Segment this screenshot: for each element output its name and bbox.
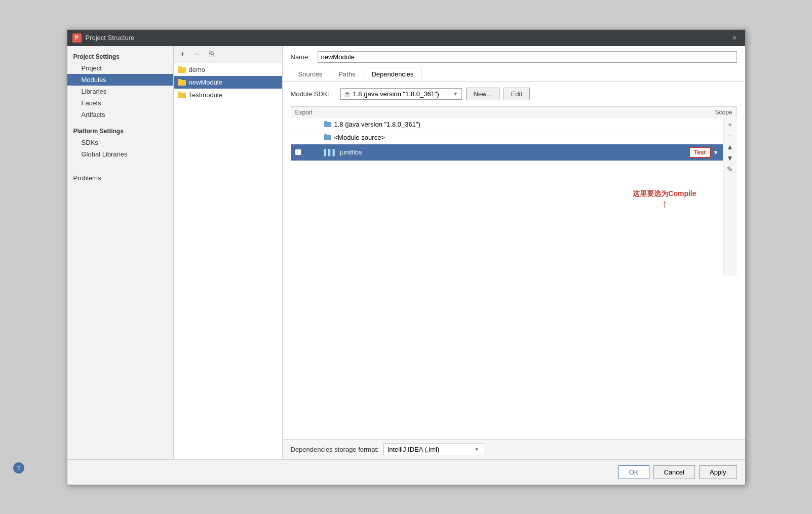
dialog-icon: P xyxy=(72,33,82,43)
scope-dropdown-arrow[interactable]: ▼ xyxy=(713,149,719,155)
table-row: 1.8 (java version "1.8.0_361") xyxy=(291,118,723,131)
list-item-newmodule[interactable]: newModule xyxy=(174,76,282,89)
cancel-button[interactable]: Cancel xyxy=(653,465,695,479)
folder-icon xyxy=(324,134,331,140)
folder-icon xyxy=(324,121,331,127)
module-list-panel: + − ⎘ demo newModule Testmodule xyxy=(174,46,283,459)
sidebar-item-project[interactable]: Project xyxy=(67,62,173,74)
content-area: Project Settings Project Modules Librari… xyxy=(67,46,745,459)
dep-move-up-button[interactable]: ▲ xyxy=(724,141,736,152)
folder-icon xyxy=(178,79,186,86)
lib-icon: ▌▌▌ xyxy=(324,149,337,156)
dep-scope-junitlibs: Test ▼ xyxy=(663,147,719,158)
dep-outer: 1.8 (java version "1.8.0_361") <Module s… xyxy=(291,118,737,275)
storage-dropdown-arrow: ▼ xyxy=(474,446,480,452)
dialog-footer: OK Cancel Apply xyxy=(67,459,745,485)
copy-module-button[interactable]: ⎘ xyxy=(205,48,217,60)
export-checkbox[interactable] xyxy=(295,149,301,155)
ok-button[interactable]: OK xyxy=(618,465,649,479)
table-row[interactable]: ▌▌▌ junitlibs Test ▼ xyxy=(291,144,723,161)
title-bar: P Project Structure × xyxy=(67,30,745,46)
right-action-buttons: + − ▲ ▼ ✎ xyxy=(723,118,737,275)
name-input[interactable] xyxy=(318,51,737,63)
problems-link[interactable]: Problems xyxy=(67,170,173,186)
name-label: Name: xyxy=(291,53,314,61)
dep-remove-button[interactable]: − xyxy=(724,130,736,141)
dep-name-jdk: 1.8 (java version "1.8.0_361") xyxy=(324,121,659,128)
tab-sources[interactable]: Sources xyxy=(291,67,330,81)
detail-header: Name: Sources Paths Dependencies xyxy=(283,46,745,82)
export-col-header: Export xyxy=(295,109,336,116)
apply-button[interactable]: Apply xyxy=(699,465,737,479)
list-item-testmodule[interactable]: Testmodule xyxy=(174,89,282,101)
list-toolbar: + − ⎘ xyxy=(174,46,282,63)
scope-badge[interactable]: Test xyxy=(689,147,711,158)
module-list: demo newModule Testmodule xyxy=(174,63,282,459)
sidebar-item-sdks[interactable]: SDKs xyxy=(67,137,173,148)
dep-list: 1.8 (java version "1.8.0_361") <Module s… xyxy=(291,118,723,275)
scope-col-header: Scope xyxy=(682,109,732,116)
detail-panel: Name: Sources Paths Dependencies xyxy=(283,46,745,459)
name-row: Name: xyxy=(291,51,737,63)
dep-table-header: Export Scope xyxy=(291,106,737,118)
sidebar-item-global-libraries[interactable]: Global Libraries xyxy=(67,148,173,160)
table-row: <Module source> xyxy=(291,131,723,144)
tab-paths[interactable]: Paths xyxy=(331,67,363,81)
storage-footer: Dependencies storage format: IntelliJ ID… xyxy=(283,439,745,459)
close-button[interactable]: × xyxy=(729,32,740,44)
project-structure-dialog: P Project Structure × Project Settings P… xyxy=(67,29,746,485)
sdk-new-button[interactable]: New... xyxy=(466,88,499,100)
tab-dependencies[interactable]: Dependencies xyxy=(364,67,421,81)
folder-icon xyxy=(178,92,186,98)
storage-label: Dependencies storage format: xyxy=(291,446,379,453)
list-item-demo[interactable]: demo xyxy=(174,63,282,76)
sidebar: Project Settings Project Modules Librari… xyxy=(67,46,174,459)
sdk-edit-button[interactable]: Edit xyxy=(504,88,530,100)
dep-add-button[interactable]: + xyxy=(724,119,736,130)
project-settings-header: Project Settings xyxy=(67,50,173,62)
dep-name-junitlibs: ▌▌▌ junitlibs xyxy=(324,148,659,156)
storage-select[interactable]: IntelliJ IDEA (.iml) ▼ xyxy=(383,444,484,455)
sdk-select[interactable]: ☕ 1.8 (java version "1.8.0_361") ▼ xyxy=(340,88,462,100)
detail-body: Module SDK: ☕ 1.8 (java version "1.8.0_3… xyxy=(283,82,745,439)
dialog-title: Project Structure xyxy=(86,34,729,42)
sdk-row: Module SDK: ☕ 1.8 (java version "1.8.0_3… xyxy=(291,88,737,100)
sidebar-item-modules[interactable]: Modules xyxy=(67,74,173,86)
dep-name-module-source: <Module source> xyxy=(324,134,659,141)
sdk-label: Module SDK: xyxy=(291,90,336,98)
sidebar-item-artifacts[interactable]: Artifacts xyxy=(67,109,173,121)
help-button[interactable]: ? xyxy=(13,462,24,473)
dep-move-down-button[interactable]: ▼ xyxy=(724,152,736,164)
add-module-button[interactable]: + xyxy=(177,48,189,60)
export-checkbox-junitlibs[interactable] xyxy=(295,149,320,155)
folder-icon xyxy=(178,66,186,73)
sidebar-item-libraries[interactable]: Libraries xyxy=(67,86,173,97)
dep-edit-button[interactable]: ✎ xyxy=(724,164,736,175)
sidebar-item-facets[interactable]: Facets xyxy=(67,97,173,109)
remove-module-button[interactable]: − xyxy=(191,48,203,60)
sdk-dropdown-arrow: ▼ xyxy=(453,91,458,97)
platform-settings-header: Platform Settings xyxy=(67,125,173,137)
tabs-row: Sources Paths Dependencies xyxy=(291,67,737,81)
